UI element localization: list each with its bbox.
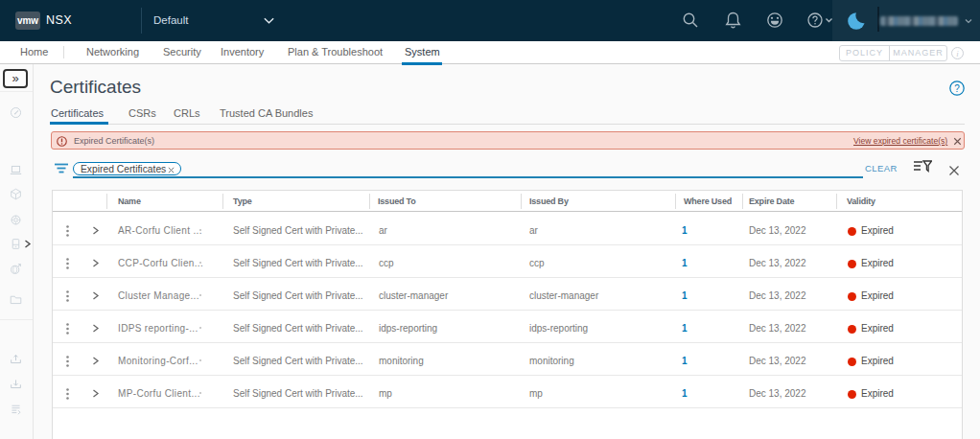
svg-text:?: ? [954, 83, 960, 94]
